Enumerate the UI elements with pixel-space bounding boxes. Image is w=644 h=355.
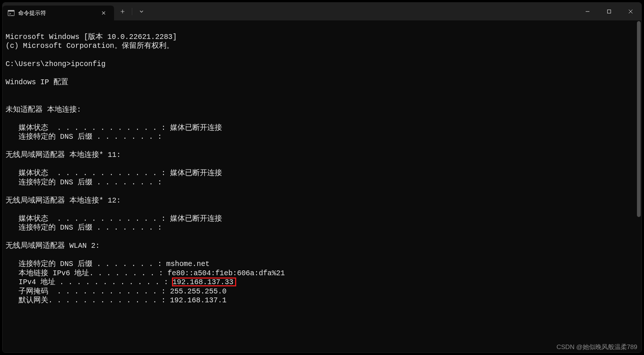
- titlebar[interactable]: >_ 命令提示符: [3, 3, 641, 20]
- terminal-line: 连接特定的 DNS 后缀 . . . . . . . :: [6, 133, 162, 141]
- terminal-line: 连接特定的 DNS 后缀 . . . . . . . :: [6, 178, 162, 187]
- terminal-line: 默认网关. . . . . . . . . . . . . : 192.168.…: [6, 296, 227, 305]
- terminal-line: 媒体状态 . . . . . . . . . . . . : 媒体已断开连接: [6, 215, 222, 223]
- scroll-thumb[interactable]: [637, 21, 641, 217]
- svg-text:>_: >_: [9, 12, 13, 16]
- terminal-line: 本地链接 IPv6 地址. . . . . . . . : fe80::a504…: [6, 269, 285, 277]
- terminal-line: 无线局域网适配器 WLAN 2:: [6, 242, 100, 250]
- window-controls: [577, 3, 641, 20]
- terminal-line: 连接特定的 DNS 后缀 . . . . . . . :: [6, 224, 162, 232]
- tab-title: 命令提示符: [18, 10, 95, 17]
- cmd-icon: >_: [8, 10, 14, 16]
- vertical-scrollbar[interactable]: [636, 20, 641, 352]
- terminal-window: >_ 命令提示符 Microsoft Windo: [2, 2, 642, 353]
- terminal-line: Microsoft Windows [版本 10.0.22621.2283]: [6, 33, 177, 41]
- terminal-output[interactable]: Microsoft Windows [版本 10.0.22621.2283] (…: [3, 20, 636, 352]
- tab-close-button[interactable]: [98, 8, 109, 18]
- terminal-line: (c) Microsoft Corporation。保留所有权利。: [6, 42, 174, 50]
- terminal-line: IPv4 地址 . . . . . . . . . . . . : 192.16…: [6, 278, 233, 286]
- terminal-line: 子网掩码 . . . . . . . . . . . . : 255.255.2…: [6, 287, 227, 296]
- terminal-line: 未知适配器 本地连接:: [6, 106, 81, 114]
- terminal-line: 无线局域网适配器 本地连接* 11:: [6, 151, 121, 159]
- terminal-line: 无线局域网适配器 本地连接* 12:: [6, 197, 121, 205]
- terminal-line: 连接特定的 DNS 后缀 . . . . . . . : mshome.net: [6, 260, 210, 268]
- minimize-button[interactable]: [577, 3, 598, 20]
- terminal-line: C:\Users\zhong>ipconfig: [6, 60, 105, 68]
- titlebar-separator: [132, 8, 132, 15]
- terminal-line: 媒体状态 . . . . . . . . . . . . : 媒体已断开连接: [6, 124, 222, 132]
- terminal-line: 媒体状态 . . . . . . . . . . . . : 媒体已断开连接: [6, 169, 222, 177]
- tab-dropdown-button[interactable]: [133, 3, 150, 20]
- new-tab-button[interactable]: [114, 3, 131, 20]
- tab-active[interactable]: >_ 命令提示符: [3, 6, 114, 20]
- terminal-area: Microsoft Windows [版本 10.0.22621.2283] (…: [3, 20, 641, 352]
- terminal-line: Windows IP 配置: [6, 78, 68, 86]
- close-button[interactable]: [620, 3, 641, 20]
- svg-rect-3: [608, 10, 611, 13]
- maximize-button[interactable]: [598, 3, 620, 20]
- titlebar-drag-area[interactable]: [150, 3, 577, 20]
